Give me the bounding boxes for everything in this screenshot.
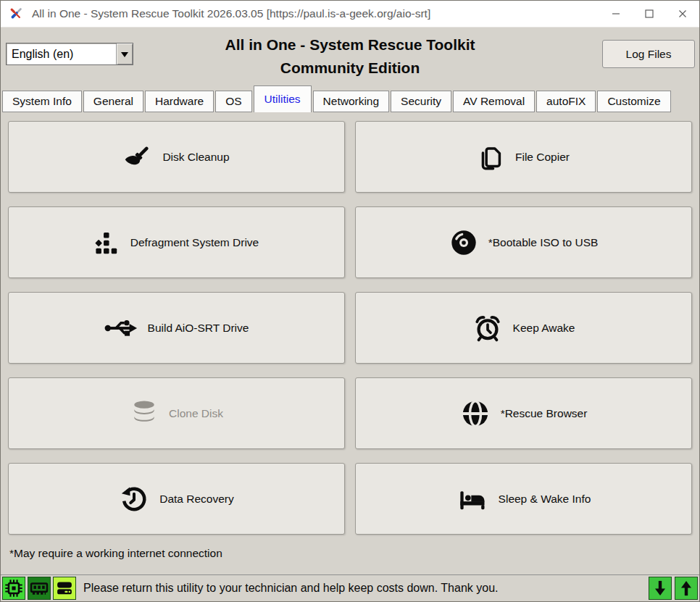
globe-icon [460,398,491,429]
tool-button-label: Disk Cleanup [162,151,229,164]
tool-button-label: *Rescue Browser [501,407,588,420]
close-button[interactable] [666,1,699,27]
log-files-button[interactable]: Log Files [602,40,695,68]
defragment-system-drive-button[interactable]: Defragment System Drive [8,206,345,278]
build-aio-srt-drive-button[interactable]: Build AiO-SRT Drive [8,292,345,364]
window-controls [599,1,699,27]
tool-button-label: *Bootable ISO to USB [488,236,599,249]
title-bar: All in One - System Rescue Toolkit 2026.… [1,1,699,28]
status-bar: Please return this utility to your techn… [1,574,699,601]
footnote: *May require a working internet connecti… [1,535,699,560]
ram-icon [30,579,49,598]
file-copier-button[interactable]: File Copier [355,121,692,193]
app-window: All in One - System Rescue Toolkit 2026.… [0,0,700,602]
tool-button-label: Clone Disk [169,407,223,420]
usb-symbol-icon [104,313,138,343]
tool-button-label: Sleep & Wake Info [499,493,591,506]
header: English (en) All in One - System Rescue … [1,28,699,85]
maximize-button[interactable] [633,1,666,27]
paintbrush-icon [123,143,152,172]
copy-pages-icon [478,143,505,171]
tab-security[interactable]: Security [391,91,451,112]
keep-awake-button[interactable]: Keep Awake [355,292,692,364]
tab-customize[interactable]: Customize [597,91,670,112]
ram-activity-indicator [28,577,51,600]
tool-button-label: Keep Awake [513,322,575,335]
window-title: All in One - System Rescue Toolkit 2026.… [32,7,430,20]
bootable-iso-to-usb-button[interactable]: *Bootable ISO to USB [355,206,692,278]
cpu-activity-indicator [2,577,25,600]
network-activity-indicators [649,577,698,600]
optical-disc-icon [449,228,478,257]
bed-icon [457,485,488,514]
download-activity-indicator [649,577,672,600]
cpu-icon [4,579,23,598]
data-recovery-button[interactable]: Data Recovery [8,463,345,535]
tab-os[interactable]: OS [215,91,251,112]
tool-button-label: Defragment System Drive [130,236,259,249]
rescue-browser-button[interactable]: *Rescue Browser [355,377,692,449]
minimize-button[interactable] [599,1,633,27]
upload-arrow-icon [677,579,696,598]
tab-autofix[interactable]: autoFIX [536,91,596,112]
app-logo-crossed-tools-icon [7,5,25,22]
maximize-icon [645,9,654,18]
page-title: All in One - System Rescue Toolkit Commu… [1,33,699,79]
tool-button-label: File Copier [515,151,570,164]
tool-button-label: Build AiO-SRT Drive [148,322,249,335]
defrag-blocks-icon [94,230,120,256]
utilities-grid: Disk Cleanup File Copier [1,112,699,535]
tab-networking[interactable]: Networking [313,91,390,112]
disk-activity-indicator [53,577,76,600]
download-arrow-icon [651,579,670,598]
tab-hardware[interactable]: Hardware [145,91,214,112]
close-icon [678,9,687,18]
hard-drive-icon [55,579,74,598]
minimize-icon [612,9,620,18]
tool-button-label: Data Recovery [159,493,234,506]
page-title-line2: Community Edition [1,57,699,80]
tab-utilities[interactable]: Utilities [254,85,312,112]
disk-cleanup-button[interactable]: Disk Cleanup [8,121,345,193]
status-message: Please return this utility to your techn… [83,582,498,595]
tab-av-removal[interactable]: AV Removal [453,91,535,112]
history-restore-icon [119,484,149,514]
tab-strip: System Info General Hardware OS Utilitie… [1,85,699,112]
upload-activity-indicator [675,577,698,600]
sleep-wake-info-button[interactable]: Sleep & Wake Info [355,463,692,535]
clone-disk-button: Clone Disk [8,377,345,449]
page-title-line1: All in One - System Rescue Toolkit [1,33,699,57]
tab-system-info[interactable]: System Info [2,91,82,112]
alarm-clock-icon [472,313,503,343]
disk-stack-icon [130,399,159,428]
tab-general[interactable]: General [83,91,143,112]
